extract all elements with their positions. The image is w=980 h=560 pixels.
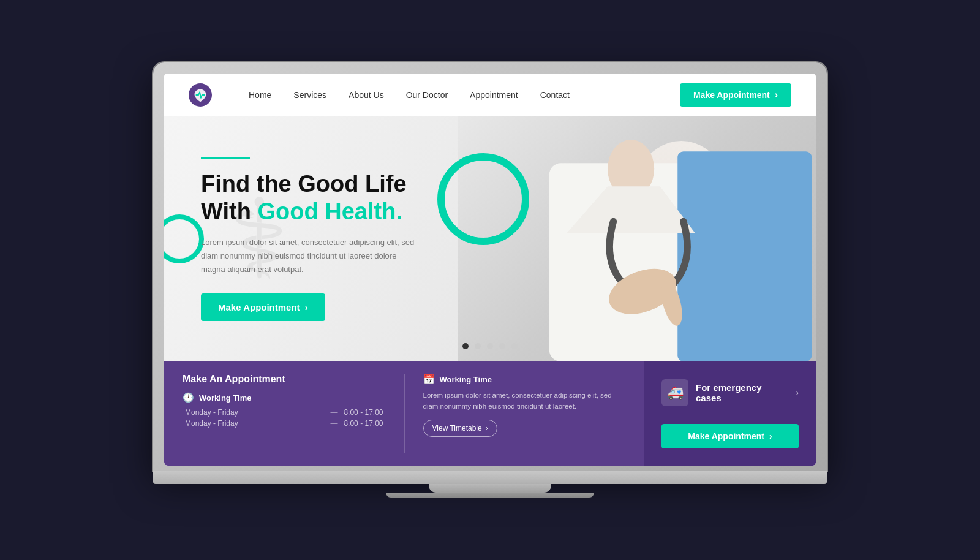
nav-item-services[interactable]: Services — [293, 89, 326, 100]
hero-title: Find the Good Life With Good Health. — [201, 170, 421, 226]
slider-dot-2[interactable] — [475, 343, 481, 349]
working-time-header-left: 🕐 Working Time — [183, 392, 386, 403]
info-middle-description: Lorem ipsum dolor sit amet, consectetuer… — [423, 390, 627, 412]
hero-background-image — [458, 116, 816, 361]
slider-dots — [462, 343, 518, 349]
slider-dot-1[interactable] — [462, 343, 469, 349]
laptop-stand — [429, 484, 551, 493]
laptop-shell: Home Services About Us Our Doctor Appoin — [153, 62, 827, 498]
time-row-1: Monday - Friday — 8:00 - 17:00 — [183, 408, 386, 417]
hero-accent-line — [201, 157, 250, 159]
calendar-icon: 📅 — [423, 374, 435, 385]
info-right-panel: 🚑 For emergency cases › Make Appointment… — [644, 361, 816, 466]
hero-section: ⚕ Find the Good Life With Good Health. L… — [164, 116, 816, 361]
emergency-make-appointment-button[interactable]: Make Appointment › — [662, 424, 799, 448]
website: Home Services About Us Our Doctor Appoin — [164, 74, 816, 466]
slider-dot-3[interactable] — [487, 343, 493, 349]
logo-icon — [189, 83, 212, 107]
nav-make-appointment-button[interactable]: Make Appointment › — [680, 83, 791, 107]
emergency-text: For emergency cases — [696, 382, 788, 403]
view-timetable-button[interactable]: View Timetable › — [423, 420, 497, 437]
slider-dot-4[interactable] — [499, 343, 505, 349]
working-time-left: 🕐 Working Time Monday - Friday — 8:00 - … — [183, 392, 386, 428]
nav-cta-arrow-icon: › — [775, 89, 778, 100]
laptop-base — [153, 471, 827, 484]
nav-links: Home Services About Us Our Doctor Appoin — [249, 89, 680, 100]
info-bar: Make An Appointment 🕐 Working Time Monda… — [164, 361, 816, 466]
nav-item-about[interactable]: About Us — [349, 89, 384, 100]
svg-rect-2 — [677, 151, 812, 361]
doctor-svg — [458, 116, 816, 361]
time-row-2: Monday - Friday — 8:00 - 17:00 — [183, 419, 386, 428]
info-section-title: Make An Appointment — [183, 374, 386, 385]
navbar: Home Services About Us Our Doctor Appoin — [164, 74, 816, 116]
hero-make-appointment-button[interactable]: Make Appointment › — [201, 293, 325, 321]
doctor-image — [458, 116, 816, 361]
laptop-screen: Home Services About Us Our Doctor Appoin — [164, 74, 816, 466]
laptop-bezel: Home Services About Us Our Doctor Appoin — [153, 62, 827, 471]
ambulance-icon: 🚑 — [662, 379, 688, 406]
clock-icon: 🕐 — [183, 392, 194, 403]
hero-highlight-text: Good Health. — [258, 199, 402, 224]
laptop-foot — [386, 493, 594, 498]
nav-item-doctor[interactable]: Our Doctor — [406, 89, 448, 100]
timetable-arrow-icon: › — [486, 424, 488, 433]
emergency-row: 🚑 For emergency cases › — [662, 379, 799, 415]
nav-item-contact[interactable]: Contact — [540, 89, 570, 100]
nav-item-appointment[interactable]: Appointment — [470, 89, 518, 100]
emergency-arrow-icon: › — [796, 387, 799, 398]
hero-content: Find the Good Life With Good Health. Lor… — [164, 157, 421, 321]
info-left-panel: Make An Appointment 🕐 Working Time Monda… — [164, 361, 404, 466]
logo-area — [189, 83, 212, 107]
hero-btn-arrow-icon: › — [305, 302, 308, 312]
info-middle-panel: 📅 Working Time Lorem ipsum dolor sit ame… — [405, 361, 645, 466]
appt-btn-arrow-icon: › — [769, 431, 772, 441]
decorative-circle-right — [437, 153, 529, 245]
slider-dot-5[interactable] — [511, 343, 518, 349]
working-time-header-middle: 📅 Working Time — [423, 374, 627, 385]
nav-item-home[interactable]: Home — [249, 89, 271, 100]
hero-description: Lorem ipsum dolor sit amet, consectetuer… — [201, 236, 421, 276]
